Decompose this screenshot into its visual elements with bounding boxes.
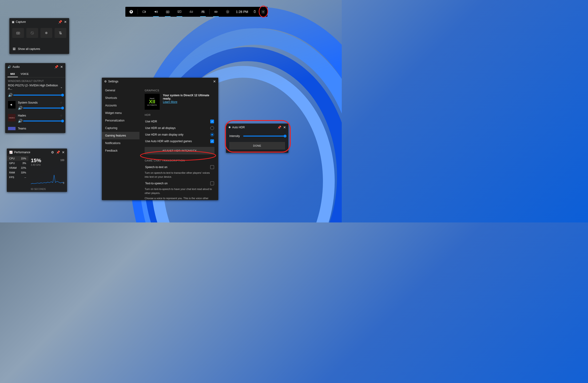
tab-mix[interactable]: MIX (7, 71, 18, 77)
speaker-icon: 🔊 (18, 106, 21, 110)
xbox-icon[interactable] (125, 7, 137, 17)
close-icon[interactable]: ✕ (283, 125, 286, 129)
metric-row[interactable]: CPU15% (7, 156, 28, 161)
app-icon (8, 101, 16, 109)
svg-point-9 (227, 11, 228, 12)
nav-personalization[interactable]: Personalization (102, 117, 140, 124)
volume-slider[interactable] (23, 108, 63, 109)
use-hdr-checkbox[interactable]: ✓ (210, 120, 214, 123)
chat-header: GAME CHAT TRANSCRIPTION (145, 157, 214, 164)
capture-title-icon: ▣ (12, 20, 14, 23)
nav-capturing[interactable]: Capturing (102, 124, 140, 132)
mouse-icon[interactable] (251, 7, 259, 17)
performance-icon[interactable] (174, 7, 185, 17)
hdr-header: HDR (145, 111, 214, 118)
metric-list: CPU15% GPU3% VRAM22% RAM33% FPS-- (7, 156, 28, 192)
show-all-captures[interactable]: 🖼 Show all captures (13, 47, 66, 51)
auto-hdr-checkbox[interactable]: ✓ (210, 139, 214, 143)
hdr-all-label: Use HDR on all displays (145, 126, 175, 130)
gallery-icon: 🖼 (13, 47, 16, 51)
metric-row[interactable]: VRAM22% (7, 165, 28, 170)
pin-icon[interactable]: 📌 (277, 125, 281, 129)
resources-icon[interactable] (185, 7, 197, 17)
broadcast-icon[interactable] (138, 7, 150, 17)
game-bar: 1:28 PM (125, 7, 267, 17)
metric-row[interactable]: RAM33% (7, 170, 28, 175)
metric-row[interactable]: GPU3% (7, 161, 28, 165)
app-name: Hades (18, 114, 26, 117)
close-icon[interactable]: ✕ (62, 150, 65, 154)
mixer-item: System Sounds☆ 🔊 (8, 99, 63, 112)
output-device-select[interactable]: ROG PG27U (2- NVIDIA High Definition A..… (5, 84, 65, 93)
hdr-main-radio[interactable] (210, 133, 214, 136)
perf-chart (31, 168, 65, 186)
nav-notifications[interactable]: Notifications (102, 139, 140, 147)
svg-point-6 (203, 11, 204, 12)
lfg-icon[interactable] (210, 7, 222, 17)
gear-icon: ⚙ (104, 80, 107, 83)
hdr-all-radio[interactable] (210, 126, 214, 130)
nav-feedback[interactable]: Feedback (102, 147, 140, 155)
pin-icon[interactable]: 📌 (54, 65, 58, 69)
settings-window: ⚙Settings ✕ General Shortcuts Accounts W… (102, 78, 218, 200)
app-name: System Sounds (18, 101, 38, 104)
record-button[interactable] (41, 28, 52, 38)
adjust-hdr-button[interactable]: ADJUST HDR INTENSITY (145, 147, 214, 155)
capture-widget: ▣Capture 📌 ✕ 🖼 Show all captures (9, 18, 69, 54)
chevron-down-icon: ⌄ (60, 86, 63, 89)
auto-hdr-widget: ✺Auto HDR 📌 ✕ Intensity DONE (226, 124, 288, 153)
nav-shortcuts[interactable]: Shortcuts (102, 94, 140, 102)
speaker-icon: 🔊 (18, 119, 21, 123)
perf-title-icon: 📈 (9, 151, 13, 154)
screenshot-button[interactable] (12, 28, 24, 38)
audio-icon[interactable] (150, 7, 162, 17)
chart-xaxis: 60 SECONDS (31, 188, 65, 190)
app-name: Teams (18, 127, 26, 130)
nav-widget-menu[interactable]: Widget menu (102, 109, 140, 117)
stt-label: Speech-to-text on (145, 165, 168, 169)
mic-off-button[interactable] (55, 28, 66, 38)
intensity-label: Intensity (229, 135, 240, 138)
brightness-icon[interactable] (222, 7, 233, 17)
tts-checkbox[interactable] (210, 181, 214, 185)
favorite-icon[interactable]: ☆ (60, 114, 63, 117)
svg-point-5 (202, 11, 203, 12)
close-icon[interactable]: ✕ (64, 20, 67, 24)
chart-max: 100 (60, 159, 64, 161)
tts-desc: Turn on text-to-speech to have your chat… (145, 187, 214, 195)
volume-slider[interactable] (23, 120, 63, 121)
svg-point-15 (45, 32, 47, 34)
social-icon[interactable] (197, 7, 209, 17)
favorite-icon[interactable]: ☆ (60, 101, 63, 104)
auto-hdr-label: Use Auto HDR with supported games (145, 140, 192, 143)
perf-main-value: 15% (31, 158, 65, 164)
app-icon: HADES (8, 114, 16, 121)
directx-logo: DirectX XII ULTIMATE (145, 94, 160, 110)
stt-checkbox[interactable] (210, 165, 214, 169)
record-last-button[interactable] (26, 28, 38, 38)
close-icon[interactable]: ✕ (60, 65, 63, 69)
svg-rect-2 (166, 11, 169, 13)
show-all-label: Show all captures (18, 47, 40, 51)
intensity-slider[interactable] (243, 135, 285, 136)
options-icon[interactable]: ⚙ (51, 150, 54, 154)
pin-icon[interactable]: 📌 (56, 150, 60, 154)
performance-widget: 📈Performance ⚙ 📌 ✕ CPU15% GPU3% VRAM22% … (7, 149, 67, 192)
use-hdr-label: Use HDR (145, 120, 157, 123)
audio-title-icon: 🔊 (7, 65, 11, 68)
nav-gaming-features[interactable]: Gaming features (102, 132, 140, 139)
capture-icon[interactable] (162, 7, 174, 17)
nav-general[interactable]: General (102, 87, 140, 94)
metric-row[interactable]: FPS-- (7, 175, 28, 180)
close-icon[interactable]: ✕ (213, 80, 216, 83)
learn-more-link[interactable]: Learn More (163, 100, 214, 104)
nav-accounts[interactable]: Accounts (102, 102, 140, 109)
done-button[interactable]: DONE (229, 142, 285, 150)
mixer-item: Teams (8, 125, 63, 130)
master-volume-slider[interactable] (13, 95, 63, 96)
pin-icon[interactable]: 📌 (58, 20, 62, 24)
tab-voice[interactable]: VOICE (18, 71, 32, 77)
chart-min: 0 (63, 182, 64, 184)
settings-icon[interactable] (259, 7, 267, 17)
perf-sub: 3.40 GHz (31, 164, 65, 166)
